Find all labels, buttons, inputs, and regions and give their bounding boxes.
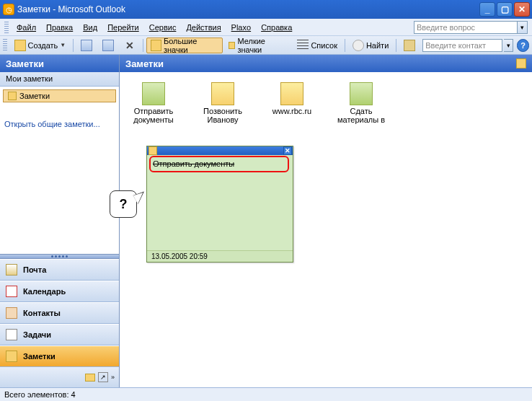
help-button[interactable]: ?	[517, 39, 529, 52]
annotation-callout: ?	[110, 190, 137, 218]
close-button[interactable]: ✕	[514, 2, 530, 17]
contacts-icon	[6, 307, 17, 319]
nav-subheader: Мои заметки	[0, 72, 119, 87]
contact-search-input[interactable]: Введите контакт	[422, 39, 502, 52]
header-note-icon	[516, 58, 526, 69]
help-question-dropdown[interactable]: ▾	[518, 21, 528, 34]
find-button[interactable]: Найти	[348, 38, 393, 53]
nav-links: Открыть общие заметки...	[0, 113, 119, 254]
open-shared-notes-link[interactable]: Открыть общие заметки...	[4, 120, 100, 128]
window-titlebar: ◷ Заметки - Microsoft Outlook _ ▢ ✕	[0, 0, 532, 19]
delete-icon: ✕	[124, 40, 136, 51]
note-item[interactable]: Позвонить Иванову	[198, 82, 248, 124]
delete-button[interactable]: ✕	[120, 38, 140, 53]
note-item[interactable]: www.rbc.ru	[267, 82, 317, 115]
small-icons-label: Мелкие значки	[237, 37, 287, 54]
sticky-note-titlebar[interactable]: ✕	[147, 146, 293, 155]
small-icons-icon	[229, 42, 235, 49]
calendar-icon	[6, 286, 17, 297]
small-icons-button[interactable]: Мелкие значки	[224, 38, 291, 53]
folder-move-icon	[102, 40, 114, 51]
toolbar: Создать ▼ ✕ Большие значки Мелкие значки…	[0, 36, 532, 55]
new-button-label: Создать	[28, 41, 58, 50]
nav-notes[interactable]: Заметки	[0, 345, 119, 367]
print-button[interactable]	[76, 38, 97, 53]
new-button[interactable]: Создать ▼	[10, 38, 71, 53]
large-icons-button[interactable]: Большие значки	[146, 38, 223, 53]
note-icon	[8, 92, 17, 100]
sticky-note-body[interactable]: Отправить документы	[147, 155, 293, 250]
new-note-icon	[14, 40, 26, 51]
menu-go[interactable]: Перейти	[102, 21, 144, 34]
content-pane: Заметки Отправить документы Позвонить Ив…	[120, 55, 532, 387]
sticky-note-timestamp: 13.05.2005 20:59	[147, 250, 293, 262]
nav-contacts[interactable]: Контакты	[0, 302, 119, 324]
content-header-title: Заметки	[125, 58, 164, 69]
print-icon	[81, 40, 92, 51]
status-text: Всего элементов: 4	[4, 390, 76, 399]
nav-calendar[interactable]: Календарь	[0, 281, 119, 302]
nav-header: Заметки	[0, 55, 119, 72]
list-view-label: Список	[311, 41, 337, 50]
sticky-note-icon[interactable]	[148, 146, 157, 155]
configure-buttons-icon[interactable]: »	[111, 374, 115, 381]
nav-mail[interactable]: Почта	[0, 259, 119, 281]
note-icon-green	[350, 82, 373, 105]
nav-tasks[interactable]: Задачи	[0, 324, 119, 345]
contact-search-dropdown[interactable]: ▾	[504, 39, 513, 52]
notes-area[interactable]: Отправить документы Позвонить Иванову ww…	[120, 72, 532, 387]
move-to-folder-button[interactable]	[98, 38, 118, 53]
menu-help[interactable]: Справка	[256, 21, 297, 34]
nav-mail-label: Почта	[23, 265, 46, 274]
large-icons-icon	[151, 40, 161, 51]
note-label: Позвонить Иванову	[198, 107, 248, 124]
menubar: Файл Правка Вид Перейти Сервис Действия …	[0, 19, 532, 36]
note-label: www.rbc.ru	[272, 107, 311, 115]
sticky-close-button[interactable]: ✕	[283, 146, 292, 155]
sticky-note-window[interactable]: ✕ Отправить документы 13.05.2005 20:59	[146, 146, 293, 263]
minimize-button[interactable]: _	[479, 2, 495, 17]
shortcuts-icon[interactable]: ↗	[98, 372, 108, 382]
chevron-down-icon: ▼	[60, 42, 66, 48]
nav-tasks-label: Задачи	[23, 330, 51, 339]
menu-edit[interactable]: Правка	[41, 21, 78, 34]
list-icon	[297, 40, 309, 51]
window-title: Заметки - Microsoft Outlook	[17, 4, 479, 14]
mail-icon	[6, 264, 17, 276]
help-question-input[interactable]: Введите вопрос	[414, 21, 518, 34]
note-icon-green	[142, 82, 165, 105]
note-item[interactable]: Сдать материалы в	[336, 82, 386, 124]
address-book-button[interactable]	[399, 38, 420, 53]
large-icons-label: Большие значки	[164, 37, 218, 54]
folder-list-icon[interactable]	[85, 374, 95, 382]
note-label: Сдать материалы в	[336, 107, 386, 124]
maximize-button[interactable]: ▢	[497, 2, 513, 17]
nav-contacts-label: Контакты	[23, 309, 61, 317]
menu-plaxo[interactable]: Plaxo	[226, 21, 257, 34]
nav-calendar-label: Календарь	[23, 287, 66, 296]
sticky-note-text: Отправить документы	[153, 159, 234, 168]
list-view-button[interactable]: Список	[293, 38, 342, 53]
menu-file[interactable]: Файл	[12, 21, 41, 34]
navigation-pane: Заметки Мои заметки Заметки Открыть общи…	[0, 55, 120, 387]
notes-icon	[6, 351, 17, 362]
note-icon-yellow	[211, 82, 234, 105]
find-label: Найти	[366, 41, 389, 50]
tree-item-label: Заметки	[19, 92, 50, 100]
nav-notes-label: Заметки	[23, 352, 56, 361]
nav-splitter[interactable]	[0, 254, 119, 259]
toolbar-grip[interactable]	[4, 22, 9, 33]
tasks-icon	[6, 329, 17, 340]
note-icon-yellow	[280, 82, 303, 105]
tree-item-notes[interactable]: Заметки	[3, 89, 116, 102]
note-item[interactable]: Отправить документы	[128, 82, 179, 124]
app-icon: ◷	[3, 4, 14, 15]
address-book-icon	[404, 40, 415, 51]
statusbar: Всего элементов: 4	[0, 387, 532, 401]
nav-tree: Заметки	[0, 87, 119, 113]
menu-view[interactable]: Вид	[78, 21, 102, 34]
toolbar-grip[interactable]	[3, 39, 7, 52]
menu-service[interactable]: Сервис	[144, 21, 182, 34]
nav-footer: ↗ »	[0, 367, 119, 387]
menu-actions[interactable]: Действия	[181, 21, 226, 34]
